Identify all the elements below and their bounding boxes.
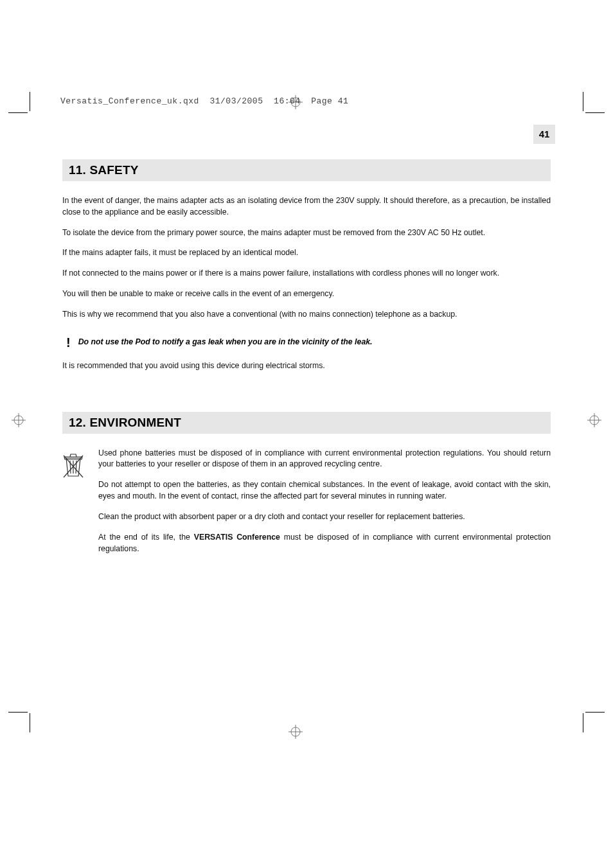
- crop-mark: [8, 712, 28, 713]
- page-content: 11. SAFETY In the event of danger, the m…: [62, 159, 551, 563]
- warning-text: Do not use the Pod to notify a gas leak …: [78, 336, 373, 346]
- crop-mark: [585, 112, 605, 113]
- safety-p6: This is why we recommend that you also h…: [62, 309, 551, 321]
- env-p4-bold: VERSATIS Conference: [194, 533, 280, 542]
- safety-p1: In the event of danger, the mains adapte…: [62, 195, 551, 218]
- safety-p7: It is recommended that you avoid using t…: [62, 360, 551, 372]
- crop-mark: [30, 713, 30, 732]
- header-page: Page 41: [311, 96, 348, 106]
- warning-block: ! Do not use the Pod to notify a gas lea…: [66, 336, 551, 349]
- print-header: Versatis_Conference_uk.qxd 31/03/2005 16…: [60, 96, 348, 106]
- env-p4-pre: At the end of its life, the: [98, 533, 194, 542]
- header-date: 31/03/2005: [209, 96, 263, 106]
- registration-mark-icon: [289, 725, 303, 739]
- crop-mark: [583, 713, 583, 732]
- crop-mark: [8, 112, 28, 113]
- page-number: 41: [533, 125, 555, 144]
- safety-p2: To isolate the device from the primary p…: [62, 227, 551, 239]
- safety-p4: If not connected to the mains power or i…: [62, 268, 551, 279]
- crop-mark: [585, 712, 605, 713]
- header-filename: Versatis_Conference_uk.qxd: [60, 96, 199, 106]
- environment-block: Used phone batteries must be disposed of…: [62, 448, 551, 564]
- env-p1: Used phone batteries must be disposed of…: [98, 448, 551, 471]
- env-p4: At the end of its life, the VERSATIS Con…: [98, 532, 551, 555]
- env-p2: Do not attempt to open the batteries, as…: [98, 479, 551, 502]
- registration-mark-icon: [587, 413, 601, 427]
- crop-mark: [583, 92, 583, 111]
- crop-mark: [30, 92, 30, 111]
- warning-icon: !: [66, 336, 71, 349]
- safety-p5: You will then be unable to make or recei…: [62, 288, 551, 300]
- heading-safety: 11. SAFETY: [62, 159, 551, 181]
- recycle-bin-icon: [62, 448, 84, 481]
- heading-environment: 12. ENVIRONMENT: [62, 412, 551, 434]
- environment-text: Used phone batteries must be disposed of…: [98, 448, 551, 564]
- header-time: 16:04: [274, 96, 301, 106]
- safety-p3: If the mains adapter fails, it must be r…: [62, 247, 551, 259]
- env-p3: Clean the product with absorbent paper o…: [98, 511, 551, 523]
- registration-mark-icon: [12, 413, 26, 427]
